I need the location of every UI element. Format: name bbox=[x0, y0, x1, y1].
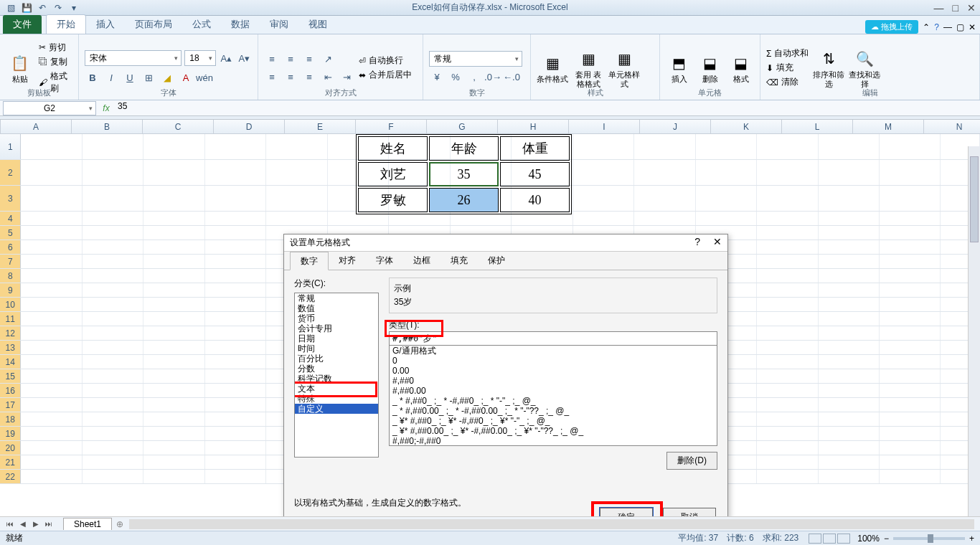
row-header-9[interactable]: 9 bbox=[0, 283, 21, 297]
format-item[interactable]: _ * #,##0.00_ ;_ * -#,##0.00_ ;_ * "-"??… bbox=[390, 406, 717, 416]
win-min-icon[interactable]: — bbox=[943, 22, 952, 32]
tab-insert[interactable]: 插入 bbox=[86, 15, 125, 34]
format-list[interactable]: G/通用格式00.00#,##0#,##0.00_ * #,##0_ ;_ * … bbox=[389, 346, 717, 446]
indent-inc-icon[interactable]: ⇥ bbox=[339, 69, 354, 85]
cell-age-1[interactable]: 26 bbox=[429, 188, 499, 212]
row-header-20[interactable]: 20 bbox=[0, 441, 21, 455]
row-header-15[interactable]: 15 bbox=[0, 369, 21, 383]
dialog-close-icon[interactable]: ✕ bbox=[713, 236, 722, 247]
number-format-combo[interactable]: 常规 bbox=[429, 51, 522, 67]
orientation-icon[interactable]: ↗ bbox=[320, 51, 336, 67]
col-header-G[interactable]: G bbox=[427, 120, 498, 133]
category-item[interactable]: 百分比 bbox=[295, 354, 378, 364]
row-header-17[interactable]: 17 bbox=[0, 398, 21, 412]
tab-home[interactable]: 开始 bbox=[46, 14, 86, 34]
row-header-22[interactable]: 22 bbox=[0, 470, 21, 483]
row-header-6[interactable]: 6 bbox=[0, 240, 21, 254]
autosum-button[interactable]: Σ自动求和 bbox=[766, 47, 809, 60]
row-header-4[interactable]: 4 bbox=[0, 212, 21, 225]
col-header-C[interactable]: C bbox=[143, 120, 214, 133]
fx-icon[interactable]: fx bbox=[99, 103, 113, 113]
tab-review[interactable]: 审阅 bbox=[260, 15, 298, 34]
delete-button[interactable]: 删除(D) bbox=[666, 452, 717, 470]
font-name-combo[interactable]: 宋体 bbox=[85, 50, 182, 66]
row-header-5[interactable]: 5 bbox=[0, 226, 21, 240]
cell-name-0[interactable]: 刘艺 bbox=[358, 162, 428, 186]
close-icon[interactable]: ✕ bbox=[967, 2, 976, 14]
indent-dec-icon[interactable]: ⇤ bbox=[320, 69, 336, 85]
align-bottom-icon[interactable]: ≡ bbox=[301, 51, 317, 67]
help-icon[interactable]: ? bbox=[934, 22, 939, 32]
category-item[interactable]: 货币 bbox=[295, 313, 378, 323]
category-item[interactable]: 分数 bbox=[295, 364, 378, 374]
zoom-in-icon[interactable]: + bbox=[969, 534, 974, 544]
type-input[interactable] bbox=[389, 331, 717, 346]
cell-name-1[interactable]: 罗敏 bbox=[358, 188, 428, 212]
tab-file[interactable]: 文件 bbox=[3, 15, 42, 34]
header-name[interactable]: 姓名 bbox=[358, 136, 428, 161]
win-close-icon[interactable]: ✕ bbox=[969, 22, 976, 32]
row-header-7[interactable]: 7 bbox=[0, 255, 21, 268]
underline-button[interactable]: U bbox=[122, 70, 138, 85]
format-item[interactable]: _ * #,##0_ ;_ * -#,##0_ ;_ * "-"_ ;_ @_ bbox=[390, 396, 717, 406]
row-header-21[interactable]: 21 bbox=[0, 455, 21, 469]
format-item[interactable]: #,##0 bbox=[390, 376, 717, 386]
undo-icon[interactable]: ↶ bbox=[36, 1, 49, 14]
dlg-tab-font[interactable]: 字体 bbox=[366, 252, 403, 270]
ribbon-minimize-icon[interactable]: ⌃ bbox=[923, 22, 930, 32]
row-header-8[interactable]: 8 bbox=[0, 269, 21, 283]
view-break-icon[interactable] bbox=[837, 534, 850, 544]
cell-weight-0[interactable]: 45 bbox=[500, 162, 570, 186]
row-header-12[interactable]: 12 bbox=[0, 326, 21, 340]
shrink-font-icon[interactable]: A▾ bbox=[237, 50, 252, 66]
format-item[interactable]: #,##0;-#,##0 bbox=[390, 436, 717, 446]
vertical-scrollbar[interactable] bbox=[968, 146, 980, 516]
font-color-button[interactable]: A bbox=[178, 70, 194, 85]
cut-button[interactable]: ✂剪切 bbox=[39, 42, 72, 54]
border-button[interactable]: ⊞ bbox=[141, 70, 156, 85]
formula-input[interactable]: 35 bbox=[113, 101, 980, 115]
align-center-icon[interactable]: ≡ bbox=[283, 69, 298, 85]
dialog-title[interactable]: 设置单元格格式 ? ✕ bbox=[284, 234, 727, 252]
col-header-E[interactable]: E bbox=[285, 120, 356, 133]
col-header-B[interactable]: B bbox=[72, 120, 143, 133]
comma-icon[interactable]: , bbox=[466, 69, 482, 85]
format-item[interactable]: _ ¥* #,##0.00_ ;_ ¥* -#,##0.00_ ;_ ¥* "-… bbox=[390, 426, 717, 436]
inc-decimal-icon[interactable]: .0→ bbox=[485, 69, 501, 85]
format-item[interactable]: #,##0.00 bbox=[390, 386, 717, 396]
currency-icon[interactable]: ¥ bbox=[429, 69, 445, 85]
align-mid-icon[interactable]: ≡ bbox=[283, 51, 298, 67]
col-header-M[interactable]: M bbox=[853, 120, 924, 133]
align-top-icon[interactable]: ≡ bbox=[264, 51, 280, 67]
cell-weight-1[interactable]: 40 bbox=[500, 188, 570, 212]
win-restore-icon[interactable]: ▢ bbox=[956, 22, 964, 32]
grow-font-icon[interactable]: A▴ bbox=[219, 50, 234, 66]
merge-button[interactable]: ⬌合并后居中 bbox=[359, 69, 412, 81]
zoom-out-icon[interactable]: − bbox=[884, 534, 889, 544]
dec-decimal-icon[interactable]: ←.0 bbox=[504, 69, 519, 85]
col-header-D[interactable]: D bbox=[214, 120, 285, 133]
col-header-J[interactable]: J bbox=[640, 120, 711, 133]
cell-age-0[interactable]: 35 bbox=[429, 162, 499, 186]
name-box[interactable]: G2 bbox=[3, 101, 96, 115]
category-item[interactable]: 常规 bbox=[295, 293, 378, 303]
category-item[interactable]: 特殊 bbox=[295, 394, 378, 404]
phonetic-button[interactable]: wén bbox=[197, 70, 212, 85]
dlg-tab-border[interactable]: 边框 bbox=[403, 252, 440, 270]
row-header-19[interactable]: 19 bbox=[0, 427, 21, 440]
col-header-F[interactable]: F bbox=[356, 120, 427, 133]
italic-button[interactable]: I bbox=[103, 70, 119, 85]
dlg-tab-align[interactable]: 对齐 bbox=[329, 252, 366, 270]
category-item[interactable]: 科学记数 bbox=[295, 374, 378, 384]
new-sheet-icon[interactable]: ⊕ bbox=[116, 519, 123, 529]
wrap-button[interactable]: ⏎自动换行 bbox=[359, 54, 412, 67]
qat-dropdown-icon[interactable]: ▾ bbox=[67, 1, 80, 14]
sheet-nav-first-icon[interactable]: ⏮ bbox=[4, 520, 16, 528]
header-weight[interactable]: 体重 bbox=[500, 136, 570, 161]
redo-icon[interactable]: ↷ bbox=[52, 1, 65, 14]
view-normal-icon[interactable] bbox=[809, 534, 821, 544]
dialog-help-icon[interactable]: ? bbox=[694, 236, 700, 247]
row-header-2[interactable]: 2 bbox=[0, 160, 21, 185]
view-layout-icon[interactable] bbox=[823, 534, 836, 544]
tab-formulas[interactable]: 公式 bbox=[182, 15, 221, 34]
